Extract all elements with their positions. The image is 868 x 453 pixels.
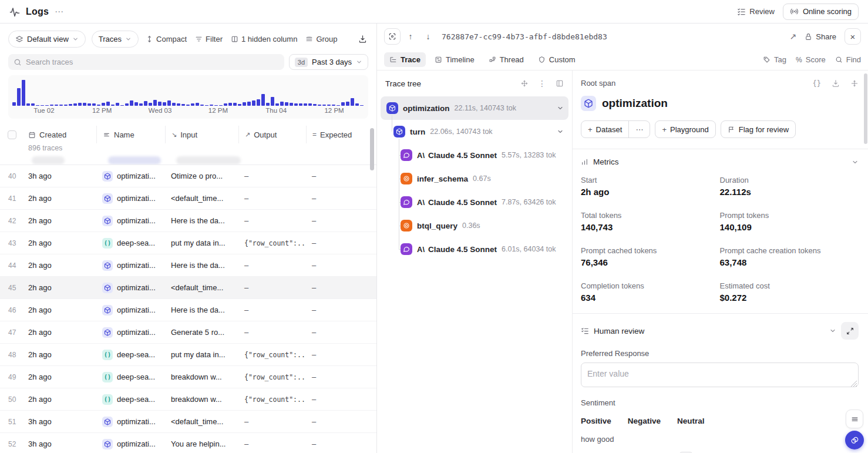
column-header-output[interactable]: ↗ Output xyxy=(238,126,306,143)
right-scrollbar[interactable] xyxy=(864,73,867,144)
find-button[interactable]: Find xyxy=(835,55,861,64)
filter-button[interactable]: Filter xyxy=(194,35,224,43)
close-icon: × xyxy=(850,32,856,42)
flag-for-review-button[interactable]: Flag for review xyxy=(721,121,795,137)
table-row[interactable]: 432h ago()deep-sea...put my data in...{"… xyxy=(0,232,376,254)
histogram-bar xyxy=(22,80,25,106)
histogram-bar xyxy=(153,100,157,106)
view-select[interactable]: Default view xyxy=(8,31,86,48)
table-row[interactable]: 513h agooptimizati...<default_time...–– xyxy=(0,411,376,433)
row-number: 49 xyxy=(0,373,22,381)
add-playground-button[interactable]: + Playground xyxy=(655,121,715,137)
chevron-down-icon[interactable] xyxy=(852,159,859,166)
percent-icon: % xyxy=(796,56,802,64)
tree-span-claude-4-5-sonnet[interactable]: A\Claude 4.5 Sonnet6.01s, 64034 tok xyxy=(381,237,568,261)
next-trace-button[interactable]: ↓ xyxy=(420,29,436,44)
tag-button[interactable]: Tag xyxy=(763,55,786,64)
tab-icon xyxy=(435,56,442,63)
column-header-input[interactable]: ↘ Input xyxy=(165,126,238,143)
sentiment-negative-button[interactable]: Negative xyxy=(628,417,661,425)
tree-span-claude-4-5-sonnet[interactable]: A\Claude 4.5 Sonnet7.87s, 63426 tok xyxy=(381,190,568,214)
chevron-down-icon[interactable] xyxy=(829,327,836,334)
tab-thread[interactable]: Thread xyxy=(483,52,529,67)
table-row[interactable]: 452h agooptimizati...<default_time...–– xyxy=(0,277,376,299)
date-range-select[interactable]: 3d Past 3 days xyxy=(289,54,368,70)
traces-histogram[interactable]: Tue 0212 PMWed 0312 PMThu 0412 PM xyxy=(8,75,368,119)
review-button[interactable]: Review xyxy=(737,7,775,16)
table-row[interactable]: 492h ago()deep-sea...breakdown w...{"row… xyxy=(0,366,376,388)
row-number: 48 xyxy=(0,351,22,359)
more-menu-button[interactable]: ⋯ xyxy=(55,6,64,17)
expected-cell: – xyxy=(306,261,376,270)
focus-span-button[interactable] xyxy=(384,28,401,45)
table-row[interactable]: 502h ago()deep-sea...breakdown w...{"row… xyxy=(0,388,376,411)
table-row[interactable]: 523h agooptimizati...You are helpin...–– xyxy=(0,433,376,453)
traces-select[interactable]: Traces xyxy=(92,31,139,48)
checklist-icon xyxy=(581,327,589,335)
json-view-button[interactable]: {} xyxy=(813,79,821,88)
add-dataset-button[interactable]: + Dataset xyxy=(581,121,628,137)
table-row[interactable]: 442h agooptimizati...Here is the da...–– xyxy=(0,254,376,277)
tree-span-turn[interactable]: turn22.06s, 140743 tok xyxy=(381,120,568,143)
table-row[interactable]: 482h ago()deep-sea...put my data in...{"… xyxy=(0,344,376,366)
axis-tick-label: 12 PM xyxy=(208,107,228,114)
download-button[interactable] xyxy=(357,35,368,43)
share-button[interactable]: Share xyxy=(805,32,836,41)
tree-menu-button[interactable]: ⋮ xyxy=(538,79,546,88)
expand-review-button[interactable] xyxy=(841,322,859,340)
online-scoring-button[interactable]: Online scoring xyxy=(783,4,859,20)
compact-toggle[interactable]: Compact xyxy=(144,35,188,43)
chevron-down-icon[interactable] xyxy=(557,128,564,135)
chevron-down-icon[interactable] xyxy=(557,105,564,112)
column-header-created[interactable]: Created xyxy=(22,126,96,143)
output-cell: – xyxy=(238,172,306,180)
histogram-bar xyxy=(313,104,317,106)
column-header-expected[interactable]: = Expected xyxy=(306,126,376,143)
row-number: 40 xyxy=(0,172,22,180)
histogram-bar xyxy=(45,105,49,106)
tree-span-optimization[interactable]: optimization22.11s, 140743 tok xyxy=(381,96,568,120)
sentiment-neutral-button[interactable]: Neutral xyxy=(677,417,705,425)
tree-span-btql-query[interactable]: btql_query0.36s xyxy=(381,214,568,237)
sentiment-positive-button[interactable]: Positive xyxy=(581,417,611,425)
task-icon xyxy=(102,439,113,449)
tree-span-infer-schema[interactable]: infer_schema0.67s xyxy=(381,167,568,190)
preferred-response-input[interactable] xyxy=(581,363,859,387)
anthropic-logo-icon: A\ xyxy=(417,151,425,160)
close-panel-button[interactable]: × xyxy=(845,28,861,45)
metrics-section-header[interactable]: Metrics xyxy=(581,157,859,166)
assistant-fab[interactable] xyxy=(845,431,864,449)
histogram-bar xyxy=(31,103,35,106)
table-row[interactable]: 412h agooptimizati...<default_time...–– xyxy=(0,187,376,210)
move-icon[interactable] xyxy=(520,79,529,88)
dataset-more-button[interactable]: ⋯ xyxy=(628,121,650,137)
histogram-bar xyxy=(106,102,110,106)
human-review-header[interactable]: Human review xyxy=(581,322,859,340)
table-row[interactable]: 422h agooptimizati...Here is the da...–– xyxy=(0,210,376,232)
table-row[interactable]: 472h agooptimizati...Generate 5 ro...–– xyxy=(0,321,376,344)
tab-timeline[interactable]: Timeline xyxy=(429,52,480,67)
name-cell: ()deep-sea... xyxy=(96,350,165,360)
select-all-checkbox[interactable] xyxy=(8,130,16,139)
panel-layout-icon[interactable] xyxy=(556,79,564,88)
input-cell: Generate 5 ro... xyxy=(165,328,238,337)
open-in-new-icon[interactable]: ↗ xyxy=(790,32,797,41)
column-header-name[interactable]: Name xyxy=(96,126,165,143)
table-row[interactable]: 403h agooptimizati...Otimize o pro...–– xyxy=(0,165,376,187)
tab-custom[interactable]: Custom xyxy=(533,52,581,67)
expand-all-icon[interactable] xyxy=(850,79,859,88)
histogram-bar xyxy=(41,105,44,106)
tab-trace[interactable]: Trace xyxy=(384,52,426,67)
hidden-column-button[interactable]: 1 hidden column xyxy=(230,35,298,43)
left-scrollbar[interactable] xyxy=(370,128,374,170)
download-span-button[interactable] xyxy=(832,79,840,88)
score-button[interactable]: % Score xyxy=(796,55,826,64)
table-row[interactable]: 462h agooptimizati...Here is the da...–– xyxy=(0,299,376,321)
expected-cell: – xyxy=(306,373,376,381)
tree-span-claude-4-5-sonnet[interactable]: A\Claude 4.5 Sonnet5.57s, 13283 tok xyxy=(381,143,568,167)
prev-trace-button[interactable]: ↑ xyxy=(403,29,418,44)
flag-button-wrap: Flag for review xyxy=(721,120,796,138)
group-button[interactable]: Group xyxy=(304,35,338,43)
floating-menu-button[interactable] xyxy=(846,410,863,428)
search-input[interactable] xyxy=(26,58,279,66)
